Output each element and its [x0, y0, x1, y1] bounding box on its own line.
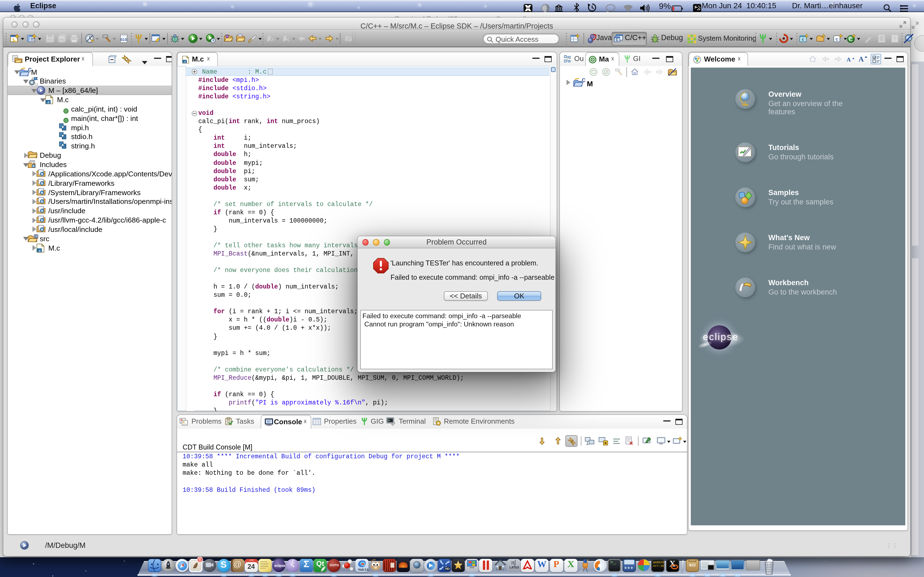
svg-text:.c: .c — [47, 100, 50, 104]
svg-text:.c: .c — [183, 60, 186, 63]
svg-text:h: h — [41, 228, 43, 232]
svg-text:h: h — [41, 191, 43, 195]
svg-text:T: T — [893, 36, 897, 42]
svg-text:h: h — [41, 181, 43, 185]
svg-text:h: h — [41, 218, 43, 222]
svg-text:A: A — [859, 55, 864, 63]
svg-text:c: c — [802, 37, 804, 42]
svg-text:C: C — [616, 38, 619, 42]
svg-text:010: 010 — [120, 37, 127, 42]
svg-text:C: C — [35, 235, 37, 238]
svg-text:h: h — [33, 164, 35, 168]
svg-text:c: c — [836, 37, 838, 42]
svg-text:C: C — [849, 36, 853, 42]
svg-text:h: h — [41, 172, 43, 176]
svg-text:h: h — [41, 200, 43, 204]
svg-text:.c: .c — [38, 248, 41, 252]
svg-text:C: C — [28, 67, 31, 72]
svg-text:A: A — [846, 56, 851, 63]
svg-text:h: h — [41, 209, 43, 213]
svg-text:C: C — [582, 78, 585, 83]
svg-text:01: 01 — [35, 83, 39, 86]
